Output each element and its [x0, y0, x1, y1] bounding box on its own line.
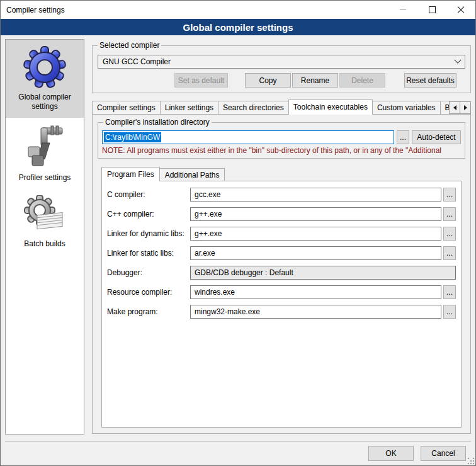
installation-directory-value: C:\raylib\MinGW	[104, 132, 161, 142]
installation-directory-group-label: Compiler's installation directory	[103, 118, 212, 127]
field-row-c-compiler: C compiler: gcc.exe ...	[107, 188, 456, 202]
installation-directory-input[interactable]: C:\raylib\MinGW	[102, 130, 394, 144]
field-row-make-program: Make program: mingw32-make.exe ...	[107, 305, 456, 319]
installation-directory-group: Compiler's installation directory C:\ray…	[98, 122, 465, 159]
resource-compiler-label: Resource compiler:	[107, 288, 190, 297]
make-program-input[interactable]: mingw32-make.exe	[190, 305, 441, 319]
debugger-value: GDB/CDB debugger : Default	[195, 268, 293, 277]
compiler-select[interactable]: GNU GCC Compiler	[98, 55, 465, 69]
debugger-select[interactable]: GDB/CDB debugger : Default	[190, 266, 456, 280]
sidebar-item-global-compiler-settings[interactable]: Global compiler settings	[6, 40, 84, 118]
make-program-browse-button[interactable]: ...	[443, 305, 456, 319]
maximize-icon	[429, 6, 436, 13]
selected-compiler-group-label: Selected compiler	[98, 41, 161, 50]
field-row-dynamic-linker: Linker for dynamic libs: g++.exe ...	[107, 227, 456, 241]
debugger-label: Debugger:	[107, 268, 190, 277]
main-panel: Selected compiler GNU GCC Compiler Set a…	[92, 39, 471, 434]
dynamic-linker-value: g++.exe	[195, 229, 222, 238]
bin-subdirectory-note: NOTE: All programs must exist either in …	[102, 146, 461, 156]
program-files-panel: C compiler: gcc.exe ... C++ compiler: g+…	[101, 181, 462, 428]
field-row-cpp-compiler: C++ compiler: g++.exe ...	[107, 207, 456, 221]
sidebar-item-label: Global compiler settings	[7, 93, 82, 111]
settings-sidebar: Global compiler settings Profiler settin…	[5, 39, 84, 435]
blue-gear-icon	[23, 46, 66, 89]
title-bar: Compiler settings	[1, 1, 475, 19]
tab-scroll-left-button[interactable]	[449, 101, 460, 114]
ok-button[interactable]: OK	[368, 446, 414, 461]
field-row-static-linker: Linker for static libs: ar.exe ...	[107, 246, 456, 260]
browse-directory-button[interactable]: ...	[397, 130, 409, 144]
c-compiler-browse-button[interactable]: ...	[443, 188, 456, 202]
auto-detect-button[interactable]: Auto-detect	[412, 130, 461, 144]
c-compiler-input[interactable]: gcc.exe	[190, 188, 441, 202]
sidebar-item-profiler-settings[interactable]: Profiler settings	[6, 118, 84, 189]
reset-defaults-button[interactable]: Reset defaults	[404, 73, 456, 88]
dynamic-linker-browse-button[interactable]: ...	[443, 227, 456, 241]
page-title: Global compiler settings	[1, 19, 475, 35]
maximize-button[interactable]	[417, 1, 446, 19]
static-linker-label: Linker for static libs:	[107, 249, 190, 258]
arrow-left-icon	[453, 105, 456, 110]
minimize-button[interactable]	[388, 1, 417, 19]
rename-button[interactable]: Rename	[292, 73, 338, 88]
sidebar-item-label: Profiler settings	[7, 173, 82, 183]
caliper-icon	[23, 124, 66, 169]
cancel-button[interactable]: Cancel	[421, 446, 466, 461]
arrow-right-icon	[464, 105, 467, 110]
window-title: Compiler settings	[1, 6, 65, 14]
installation-directory-row: C:\raylib\MinGW ... Auto-detect	[102, 130, 461, 144]
copy-button[interactable]: Copy	[245, 73, 291, 88]
tab-linker-settings[interactable]: Linker settings	[160, 101, 218, 114]
cpp-compiler-label: C++ compiler:	[107, 210, 190, 219]
tab-custom-variables[interactable]: Custom variables	[372, 101, 441, 114]
c-compiler-value: gcc.exe	[195, 190, 220, 199]
static-linker-value: ar.exe	[195, 249, 215, 258]
compiler-select-value: GNU GCC Compiler	[103, 57, 171, 66]
cpp-compiler-browse-button[interactable]: ...	[443, 207, 456, 221]
tab-compiler-settings[interactable]: Compiler settings	[92, 101, 161, 114]
tab-search-directories[interactable]: Search directories	[218, 101, 289, 114]
tab-toolchain-executables[interactable]: Toolchain executables	[288, 99, 373, 115]
set-as-default-button: Set as default	[174, 73, 228, 88]
field-row-debugger: Debugger: GDB/CDB debugger : Default	[107, 266, 456, 280]
make-program-label: Make program:	[107, 307, 190, 316]
resource-compiler-value: windres.exe	[195, 288, 235, 297]
settings-tabstrip: Compiler settings Linker settings Search…	[92, 99, 471, 114]
compiler-buttons-row: Set as default Copy Rename Delete Reset …	[98, 73, 465, 88]
field-row-resource-compiler: Resource compiler: windres.exe ...	[107, 285, 456, 299]
selected-compiler-group: Selected compiler GNU GCC Compiler Set a…	[92, 45, 471, 93]
minimize-icon	[400, 9, 406, 10]
tab-additional-paths[interactable]: Additional Paths	[159, 168, 225, 181]
window-controls	[388, 1, 475, 19]
static-linker-browse-button[interactable]: ...	[443, 246, 456, 260]
close-icon	[457, 6, 465, 14]
c-compiler-label: C compiler:	[107, 190, 190, 199]
dynamic-linker-label: Linker for dynamic libs:	[107, 229, 190, 238]
tab-scroll-arrows	[450, 101, 471, 114]
cpp-compiler-value: g++.exe	[195, 210, 222, 219]
chevron-down-icon	[454, 57, 461, 64]
gear-stack-icon	[23, 195, 66, 236]
tab-scroll-right-button[interactable]	[460, 101, 471, 114]
dynamic-linker-input[interactable]: g++.exe	[190, 227, 441, 241]
make-program-value: mingw32-make.exe	[195, 307, 260, 316]
sidebar-item-batch-builds[interactable]: Batch builds	[6, 189, 84, 255]
cpp-compiler-input[interactable]: g++.exe	[190, 207, 441, 221]
program-files-tabstrip: Program Files Additional Paths	[98, 166, 465, 181]
resize-grip[interactable]	[468, 458, 474, 464]
resource-compiler-input[interactable]: windres.exe	[190, 285, 441, 299]
toolchain-executables-panel: Compiler's installation directory C:\ray…	[92, 114, 471, 434]
tab-program-files[interactable]: Program Files	[101, 167, 160, 181]
close-button[interactable]	[446, 1, 475, 19]
static-linker-input[interactable]: ar.exe	[190, 246, 441, 260]
delete-button: Delete	[339, 73, 385, 88]
resource-compiler-browse-button[interactable]: ...	[443, 285, 456, 299]
sidebar-item-label: Batch builds	[7, 239, 82, 249]
footer-divider	[5, 441, 471, 443]
